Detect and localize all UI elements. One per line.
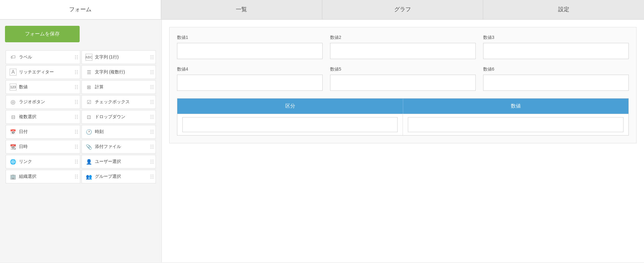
palette-multi-select-text: 複数選択 [19, 114, 76, 120]
text-multi-icon: ☰ [86, 69, 92, 76]
palette-item-number[interactable]: 123 数値 [6, 80, 80, 94]
drag-handle [151, 175, 154, 179]
palette-item-checkbox[interactable]: ☑ チェックボックス [82, 95, 156, 109]
palette-org-select-text: 組織選択 [19, 174, 76, 179]
palette-item-rich-editor[interactable]: A リッチエディター [6, 65, 80, 79]
drag-handle [151, 160, 154, 164]
drag-handle [75, 115, 78, 119]
suuchi4-input[interactable] [177, 75, 323, 91]
field-group-suuchi3: 数値3 [483, 35, 629, 59]
suuchi3-input[interactable] [483, 43, 629, 59]
palette-item-datetime[interactable]: 📆 日時 [6, 140, 80, 154]
rich-editor-icon: A [10, 69, 16, 76]
palette-date-text: 日付 [19, 129, 76, 135]
drag-handle [75, 145, 78, 149]
drag-handle [151, 130, 154, 134]
palette-item-dropdown[interactable]: ⊡ ドロップダウン [82, 110, 156, 124]
attachment-icon: 📎 [86, 143, 92, 150]
palette-item-org-select[interactable]: 🏢 組織選択 [6, 170, 80, 183]
palette-item-link[interactable]: 🌐 リンク [6, 155, 80, 168]
palette-link-text: リンク [19, 159, 76, 164]
drag-handle [75, 55, 78, 59]
multi-select-icon: ⊟ [10, 113, 16, 120]
drag-handle [75, 175, 78, 179]
palette-item-group-select[interactable]: 👥 グループ選択 [82, 170, 156, 183]
drag-handle [151, 55, 154, 59]
tab-list[interactable]: 一覧 [161, 0, 322, 19]
link-icon: 🌐 [10, 158, 16, 165]
field-group-suuchi6: 数値6 [483, 67, 629, 91]
dropdown-icon: ⊡ [86, 113, 92, 120]
palette-attachment-text: 添付ファイル [95, 144, 152, 150]
palette-item-time[interactable]: 🕐 時刻 [82, 125, 156, 139]
suuchi2-label: 数値2 [330, 35, 476, 40]
drag-handle [75, 160, 78, 164]
drag-handle [151, 70, 154, 74]
date-icon: 📅 [10, 128, 16, 135]
suuchi6-input[interactable] [483, 75, 629, 91]
palette-item-date[interactable]: 📅 日付 [6, 125, 80, 139]
field-palette: 🏷 ラベル ABC 文字列 (1行) A リッチエディター ☰ 文字列 (複数行… [5, 50, 156, 184]
palette-item-radio[interactable]: ◎ ラジオボタン [6, 95, 80, 109]
org-select-icon: 🏢 [10, 173, 16, 180]
table-value-input[interactable] [408, 117, 623, 132]
palette-item-text-multi[interactable]: ☰ 文字列 (複数行) [82, 65, 156, 79]
tab-form[interactable]: フォーム [0, 0, 161, 19]
palette-item-calc[interactable]: ⊞ 計算 [82, 80, 156, 94]
suuchi6-label: 数値6 [483, 67, 629, 72]
drag-handle [75, 100, 78, 104]
field-group-suuchi5: 数値5 [330, 67, 476, 91]
sidebar: フォームを保存 🏷 ラベル ABC 文字列 (1行) A リッチエディター ☰ [0, 20, 162, 262]
checkbox-icon: ☑ [86, 99, 92, 105]
number-icon: 123 [10, 84, 16, 90]
fields-row-1: 数値1 数値2 数値3 [177, 35, 629, 59]
datetime-icon: 📆 [10, 143, 16, 150]
drag-handle [75, 85, 78, 89]
palette-item-text-single[interactable]: ABC 文字列 (1行) [82, 50, 156, 64]
palette-item-user-select[interactable]: 👤 ユーザー選択 [82, 155, 156, 168]
palette-item-label[interactable]: 🏷 ラベル [6, 50, 80, 64]
palette-time-text: 時刻 [95, 129, 152, 135]
suuchi1-input[interactable] [177, 43, 323, 59]
palette-item-multi-select[interactable]: ⊟ 複数選択 [6, 110, 80, 124]
label-icon: 🏷 [10, 54, 16, 61]
palette-item-attachment[interactable]: 📎 添付ファイル [82, 140, 156, 154]
palette-text-multi-text: 文字列 (複数行) [95, 69, 152, 75]
fields-row-2: 数値4 数値5 数値6 [177, 67, 629, 91]
field-group-suuchi1: 数値1 [177, 35, 323, 59]
drag-handle [75, 130, 78, 134]
table-header-kubun: 区分 [177, 99, 403, 114]
drag-handle [151, 145, 154, 149]
suuchi5-label: 数値5 [330, 67, 476, 72]
table-row [177, 114, 628, 135]
palette-radio-text: ラジオボタン [19, 99, 76, 105]
form-section: 数値1 数値2 数値3 数値4 数値5 [169, 27, 637, 143]
palette-text-single-text: 文字列 (1行) [95, 54, 152, 60]
group-select-icon: 👥 [86, 173, 92, 180]
palette-label-text: ラベル [19, 54, 76, 60]
field-group-suuchi2: 数値2 [330, 35, 476, 59]
table-cell-kubun [177, 114, 403, 135]
tab-settings[interactable]: 設定 [483, 0, 644, 19]
palette-datetime-text: 日時 [19, 144, 76, 150]
user-select-icon: 👤 [86, 158, 92, 165]
form-table: 区分 数値 [177, 98, 629, 136]
palette-number-text: 数値 [19, 84, 76, 90]
suuchi2-input[interactable] [330, 43, 476, 59]
suuchi4-label: 数値4 [177, 67, 323, 72]
main-layout: フォームを保存 🏷 ラベル ABC 文字列 (1行) A リッチエディター ☰ [0, 20, 644, 262]
palette-rich-editor-text: リッチエディター [19, 69, 76, 75]
palette-checkbox-text: チェックボックス [95, 99, 152, 105]
save-button[interactable]: フォームを保存 [5, 26, 80, 42]
tab-graph[interactable]: グラフ [322, 0, 483, 19]
suuchi1-label: 数値1 [177, 35, 323, 40]
table-kubun-input[interactable] [182, 117, 398, 132]
table-cell-value [403, 114, 628, 135]
content-area: 数値1 数値2 数値3 数値4 数値5 [162, 20, 644, 262]
suuchi5-input[interactable] [330, 75, 476, 91]
calc-icon: ⊞ [86, 84, 92, 90]
drag-handle [151, 100, 154, 104]
field-group-suuchi4: 数値4 [177, 67, 323, 91]
text-single-icon: ABC [86, 54, 92, 61]
drag-handle [151, 115, 154, 119]
